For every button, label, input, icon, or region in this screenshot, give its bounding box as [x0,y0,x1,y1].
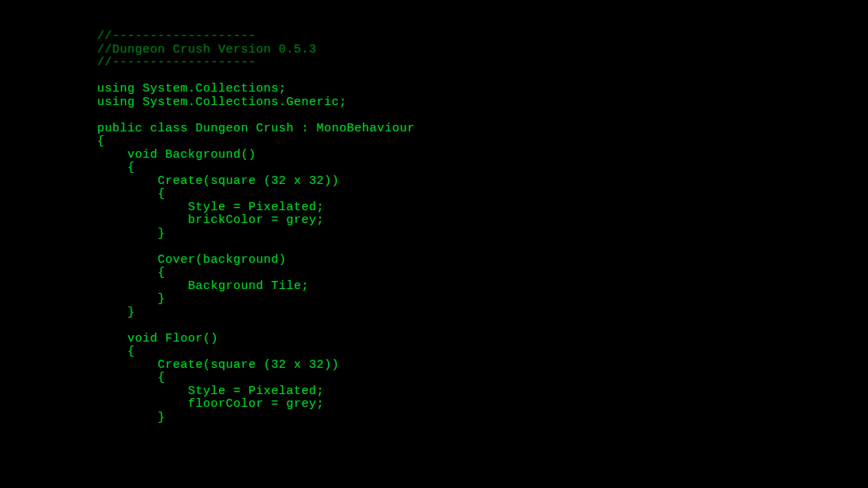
code-line: Style = Pixelated; [97,385,868,399]
code-line [97,240,868,254]
code-editor: //-------------------//Dungeon Crush Ver… [0,0,868,424]
code-line: } [97,306,868,320]
code-line [97,319,868,333]
code-line: using System.Collections.Generic; [97,96,868,110]
code-line: { [97,162,868,175]
code-line: public class Dungeon Crush : MonoBehavio… [97,123,868,136]
code-line: { [97,267,868,280]
code-line: } [97,412,868,425]
code-line: void Background() [97,149,868,162]
code-line: Background Tile; [97,280,868,294]
code-line: Cover(background) [97,254,868,267]
code-line: floorColor = grey; [97,398,868,412]
code-line: { [97,346,868,359]
code-line [97,109,868,123]
code-line: Style = Pixelated; [97,201,868,215]
code-line: //------------------- [97,57,868,70]
code-line: } [97,228,868,241]
code-line: } [97,293,868,306]
code-line: //Dungeon Crush Version 0.5.3 [97,44,868,57]
code-line: { [97,188,868,201]
code-line [97,70,868,84]
code-line: using System.Collections; [97,83,868,96]
code-line: Create(square (32 x 32)) [97,175,868,189]
code-line: //------------------- [97,30,868,44]
code-line: void Floor() [97,333,868,346]
code-line: brickColor = grey; [97,214,868,228]
code-line: { [97,135,868,149]
code-line: { [97,372,868,385]
code-line: Create(square (32 x 32)) [97,359,868,373]
